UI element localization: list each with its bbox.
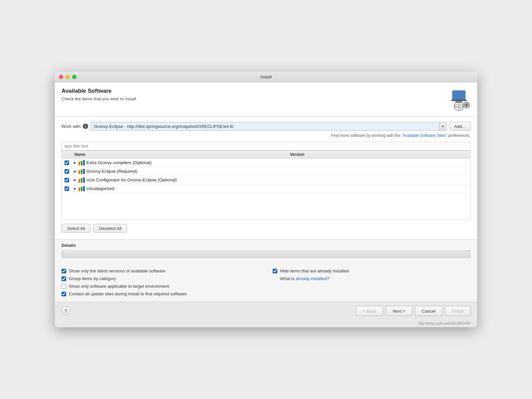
footer-left: ?	[62, 307, 70, 315]
info-icon[interactable]: i	[83, 124, 88, 129]
table-empty-area	[62, 193, 470, 220]
work-with-input[interactable]	[91, 122, 439, 131]
option-4-label: Show only software applicable to target …	[69, 284, 169, 289]
table-row: ▶ Groovy-Eclipse (Required)	[62, 167, 470, 176]
button-row: Select All Deselect All	[62, 224, 470, 234]
option-3-checkbox[interactable]	[62, 276, 66, 281]
already-installed-link[interactable]: already installed	[296, 276, 327, 281]
row-2-checkbox[interactable]	[65, 169, 69, 174]
option-4-checkbox[interactable]	[62, 284, 66, 289]
table-row: ▶ Uncategorized	[62, 184, 470, 193]
filter-input[interactable]	[62, 142, 470, 150]
option-2-label: Hide items that are already installed	[280, 268, 349, 273]
header-icon	[447, 88, 470, 111]
url-hint: http://blog.csdn.net/u013803499	[55, 320, 477, 327]
page-title: Available Software	[62, 88, 137, 94]
option-row-1: Show only the latest versions of availab…	[62, 268, 259, 273]
row-2-expand[interactable]: ▶	[72, 169, 78, 173]
add-button[interactable]: Add...	[449, 122, 470, 131]
col-version-header: Version	[287, 152, 404, 157]
work-with-dropdown-arrow[interactable]: ▼	[439, 122, 447, 131]
svg-rect-0	[452, 90, 466, 100]
option-row-5: Contact all update sites during install …	[62, 291, 259, 296]
title-bar: Install	[55, 72, 477, 82]
svg-rect-11	[78, 170, 80, 174]
row-3-expand[interactable]: ▶	[72, 178, 78, 182]
option-2-checkbox[interactable]	[273, 269, 277, 273]
traffic-lights	[59, 75, 76, 79]
help-button[interactable]: ?	[62, 307, 70, 315]
col-name-header: Name	[72, 152, 287, 157]
options-left-column: Show only the latest versions of availab…	[62, 268, 259, 296]
svg-rect-9	[81, 161, 82, 165]
what-is-installed-text: What is already installed?	[280, 276, 329, 281]
svg-rect-16	[83, 177, 85, 183]
svg-rect-15	[81, 178, 82, 183]
option-row-2: Hide items that are already installed	[273, 268, 470, 273]
options-right-column: Hide items that are already installed Wh…	[273, 268, 470, 296]
row-1-check	[62, 160, 72, 165]
option-1-checkbox[interactable]	[62, 269, 66, 273]
svg-rect-18	[81, 187, 82, 191]
finish-button[interactable]: Finish	[445, 306, 470, 316]
options-grid: Show only the latest versions of availab…	[62, 268, 470, 296]
svg-rect-19	[83, 186, 85, 191]
header-text: Available Software Check the items that …	[62, 88, 137, 101]
svg-rect-14	[78, 179, 80, 183]
option-3-label: Group items by category	[69, 276, 116, 281]
row-3-icon	[78, 177, 85, 183]
row-4-check	[62, 186, 72, 191]
svg-rect-12	[81, 169, 82, 174]
option-row-4: Show only software applicable to target …	[62, 284, 259, 289]
select-all-button[interactable]: Select All	[62, 224, 90, 233]
software-table: Name Version ▶ Extra Groovy compilers	[62, 150, 470, 220]
window-title: Install	[260, 74, 272, 79]
row-1-checkbox[interactable]	[65, 160, 69, 165]
next-button[interactable]: Next >	[386, 306, 412, 316]
main-content: Work with: i ▼ Add... Find more software…	[55, 117, 477, 239]
row-1-label: Extra Groovy compilers (Optional)	[86, 160, 152, 165]
find-more-prefix: Find more software by working with the	[331, 133, 401, 138]
what-is-installed-row: What is already installed?	[280, 276, 470, 281]
available-software-sites-link[interactable]: "Available Software Sites"	[401, 133, 447, 138]
row-4-icon	[78, 186, 85, 191]
svg-rect-13	[83, 169, 85, 174]
install-window: Install Available Software Check the ite…	[55, 72, 477, 327]
find-more-suffix: preferences.	[448, 133, 470, 138]
work-with-label: Work with: i	[62, 124, 88, 129]
maximize-button[interactable]	[72, 75, 76, 79]
details-label: Details	[62, 243, 470, 248]
svg-rect-10	[83, 160, 85, 165]
page-header: Available Software Check the items that …	[55, 82, 477, 117]
option-5-label: Contact all update sites during install …	[69, 291, 187, 296]
option-row-3: Group items by category	[62, 276, 259, 281]
option-1-label: Show only the latest versions of availab…	[69, 268, 166, 273]
option-5-checkbox[interactable]	[62, 292, 66, 296]
row-2-icon	[78, 169, 85, 174]
work-with-row: Work with: i ▼ Add...	[62, 122, 470, 131]
close-button[interactable]	[59, 75, 63, 79]
minimize-button[interactable]	[66, 75, 70, 79]
row-3-checkbox[interactable]	[65, 178, 69, 182]
svg-rect-1	[451, 100, 466, 101]
page-subtitle: Check the items that you wish to install…	[62, 96, 137, 101]
row-2-check	[62, 169, 72, 174]
svg-rect-8	[78, 161, 80, 165]
table-header: Name Version	[62, 151, 470, 158]
footer-right: < Back Next > Cancel Finish	[356, 306, 470, 316]
row-3-label: m2e Configurator for Groovy-Eclipse (Opt…	[86, 177, 177, 182]
dropdown-container: ▼	[91, 122, 447, 131]
table-row: ▶ Extra Groovy compilers (Optional)	[62, 158, 470, 167]
row-1-icon	[78, 160, 85, 165]
cancel-button[interactable]: Cancel	[415, 306, 442, 316]
table-row: ▶ m2e Configurator for Groovy-Eclipse (O…	[62, 176, 470, 184]
find-more-row: Find more software by working with the "…	[62, 133, 470, 138]
row-1-expand[interactable]: ▶	[72, 161, 78, 164]
back-button[interactable]: < Back	[356, 306, 383, 316]
footer: ? < Back Next > Cancel Finish	[55, 302, 477, 320]
row-2-label: Groovy-Eclipse (Required)	[86, 169, 137, 174]
row-4-label: Uncategorized	[86, 186, 114, 191]
deselect-all-button[interactable]: Deselect All	[93, 224, 127, 233]
row-4-expand[interactable]: ▶	[72, 187, 78, 190]
row-4-checkbox[interactable]	[65, 186, 69, 191]
